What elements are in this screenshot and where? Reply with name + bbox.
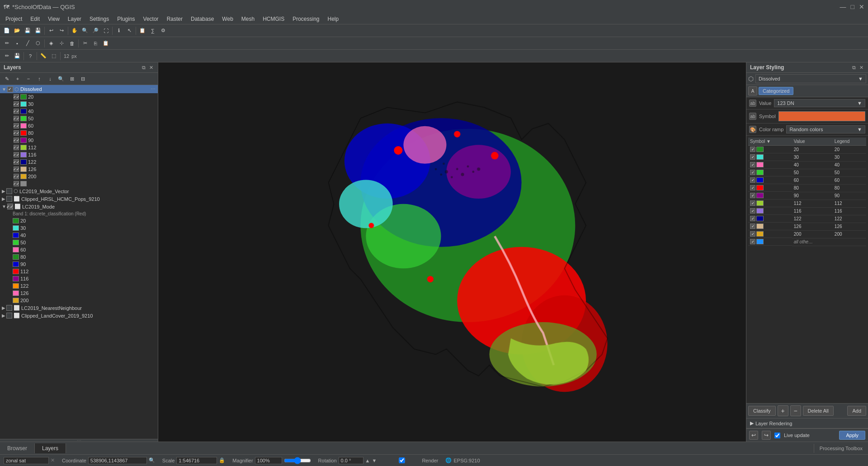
redo-btn[interactable]: ↪ xyxy=(57,26,66,36)
layer-lc-check[interactable] xyxy=(6,313,12,319)
sub-check-other[interactable]: ✓ xyxy=(14,181,19,186)
menu-item-database[interactable]: Database xyxy=(187,15,217,23)
digitize-btn[interactable]: ✏ xyxy=(2,38,12,48)
panel-close-btn[interactable]: ✕ xyxy=(148,64,154,71)
layer-clipped-hrsl[interactable]: ▶ ⬜ Clipped_HRSL_HCMC_Pops_9210 xyxy=(0,195,158,203)
measure-btn[interactable]: 📏 xyxy=(38,51,48,61)
magnifier-input[interactable] xyxy=(255,457,282,464)
sym-check-0[interactable]: ✓ xyxy=(750,147,755,152)
layer-rendering-section[interactable]: ▶ Layer Rendering xyxy=(746,418,868,428)
sub-check-90[interactable]: ✓ xyxy=(14,138,19,143)
sym-check-10[interactable]: ✓ xyxy=(750,223,755,229)
layer-lc2019m-check[interactable]: ✓ xyxy=(7,204,13,209)
remove-item-button[interactable]: − xyxy=(790,405,801,416)
menu-item-plugins[interactable]: Plugins xyxy=(113,15,138,23)
help-btn[interactable]: ? xyxy=(25,51,35,61)
sub-check-126[interactable]: ✓ xyxy=(14,166,19,172)
save-btn[interactable]: 💾 xyxy=(23,26,33,36)
layers-tab[interactable]: Layers xyxy=(35,443,66,453)
search-clear-btn[interactable]: ✕ xyxy=(51,457,55,463)
sub-check-30[interactable]: ✓ xyxy=(14,101,19,107)
panel-float-btn[interactable]: ⧉ xyxy=(141,64,147,71)
processing-btn[interactable]: ⚙ xyxy=(158,26,168,36)
undo-btn[interactable]: ↩ xyxy=(46,26,56,36)
layer-lc2019n-check[interactable] xyxy=(6,305,12,311)
layer-dissolved-config-btn[interactable]: ⋯ xyxy=(150,86,156,92)
sym-check-7[interactable]: ✓ xyxy=(750,200,755,206)
pan-btn[interactable]: ✋ xyxy=(70,26,80,36)
new-project-btn[interactable]: 📄 xyxy=(2,26,12,36)
sym-check-4[interactable]: ✓ xyxy=(750,177,755,183)
sym-check-8[interactable]: ✓ xyxy=(750,208,755,214)
measure-area-btn[interactable]: ⬚ xyxy=(49,51,59,61)
add-line-btn[interactable]: ╱ xyxy=(23,38,33,48)
menu-item-help[interactable]: Help xyxy=(324,15,343,23)
layer-dissolved[interactable]: ▼ ⬡ Dissolved ⋯ xyxy=(0,85,158,93)
styling-float-btn[interactable]: ⧉ xyxy=(851,64,857,71)
select-btn[interactable]: ↖ xyxy=(124,26,134,36)
menu-item-hcmgis[interactable]: HCMGIS xyxy=(259,15,288,23)
renderer-icon-btn[interactable]: A xyxy=(748,86,757,95)
sub-check-112[interactable]: ✓ xyxy=(14,145,19,150)
sym-check-9[interactable]: ✓ xyxy=(750,216,755,221)
copy-btn[interactable]: ⎘ xyxy=(90,38,100,48)
add-item-button[interactable]: + xyxy=(778,405,788,416)
map-canvas-area[interactable] xyxy=(158,62,746,442)
styling-close-btn[interactable]: ✕ xyxy=(858,64,864,71)
sym-check-11[interactable]: ✓ xyxy=(750,231,755,237)
sub-check-80[interactable]: ✓ xyxy=(14,130,19,136)
sub-check-60[interactable]: ✓ xyxy=(14,123,19,128)
cut-btn[interactable]: ✂ xyxy=(80,38,90,48)
menu-item-view[interactable]: View xyxy=(44,15,63,23)
expand-all-btn[interactable]: ⊞ xyxy=(67,74,77,84)
layer-lc2019-nearest[interactable]: ▶ ⬜ LC2019_NearestNeighbour xyxy=(0,304,158,312)
field-calc-btn[interactable]: ∑ xyxy=(148,26,158,36)
menu-item-layer[interactable]: Layer xyxy=(64,15,85,23)
zoom-in-btn[interactable]: 🔍 xyxy=(80,26,90,36)
minimize-button[interactable]: — xyxy=(840,3,846,10)
sym-check-3[interactable]: ✓ xyxy=(750,170,755,175)
attr-table-btn[interactable]: 📋 xyxy=(137,26,147,36)
move-feature-btn[interactable]: ⊹ xyxy=(57,38,66,48)
zoom-out-btn[interactable]: 🔎 xyxy=(90,26,100,36)
open-project-btn[interactable]: 📂 xyxy=(12,26,22,36)
symbol-color-preview[interactable] xyxy=(778,111,865,121)
value-field-dropdown[interactable]: 123 DN ▼ xyxy=(774,99,865,107)
delete-all-button[interactable]: Delete All xyxy=(803,406,834,416)
remove-layer-btn[interactable]: − xyxy=(24,74,33,84)
close-button[interactable]: ✕ xyxy=(859,3,864,10)
lock-icon[interactable]: 🔒 xyxy=(219,457,225,463)
layer-dissolved-check[interactable] xyxy=(7,86,13,92)
classify-button[interactable]: Classify xyxy=(748,406,776,416)
sym-check-6[interactable]: ✓ xyxy=(750,193,755,198)
layer-lc2019-mode[interactable]: ▼ ✓ ⬜ LC2019_Mode xyxy=(0,203,158,210)
layer-lc2019-mode-vector[interactable]: ▶ ⬡ LC2019_Mode_Vector xyxy=(0,187,158,195)
render-checkbox[interactable] xyxy=(384,457,420,463)
layer-lc2019mv-check[interactable] xyxy=(6,188,12,194)
paste-btn[interactable]: 📋 xyxy=(101,38,111,48)
rotation-up-btn[interactable]: ▲ xyxy=(365,458,370,463)
search-input[interactable] xyxy=(4,457,49,464)
menu-item-processing[interactable]: Processing xyxy=(289,15,323,23)
zoom-full-btn[interactable]: ⛶ xyxy=(101,26,111,36)
color-ramp-dropdown[interactable]: Random colors ▼ xyxy=(786,125,865,133)
rotation-down-btn[interactable]: ▼ xyxy=(372,458,377,463)
menu-item-settings[interactable]: Settings xyxy=(86,15,113,23)
add-point-btn[interactable]: • xyxy=(12,38,22,48)
sub-check-116[interactable]: ✓ xyxy=(14,152,19,157)
sym-check-5[interactable]: ✓ xyxy=(750,185,755,190)
menu-item-vector[interactable]: Vector xyxy=(140,15,162,23)
sym-check-1[interactable]: ✓ xyxy=(750,154,755,160)
maximize-button[interactable]: □ xyxy=(851,3,854,10)
add-polygon-btn[interactable]: ⬡ xyxy=(33,38,43,48)
sym-check-12[interactable]: ✓ xyxy=(750,239,755,244)
add-button[interactable]: Add xyxy=(847,406,866,416)
processing-toolbox-tab[interactable]: Processing Toolbox xyxy=(814,444,868,453)
layer-selector-dropdown[interactable]: Dissolved ▼ xyxy=(755,74,866,83)
live-update-checkbox[interactable] xyxy=(774,433,780,438)
sym-check-2[interactable]: ✓ xyxy=(750,162,755,167)
sub-check-200[interactable]: ✓ xyxy=(14,174,19,179)
categorized-renderer-label[interactable]: Categorized xyxy=(759,87,793,95)
toggle-edit-btn[interactable]: ✏ xyxy=(2,51,12,61)
delete-sel-btn[interactable]: 🗑 xyxy=(67,38,77,48)
